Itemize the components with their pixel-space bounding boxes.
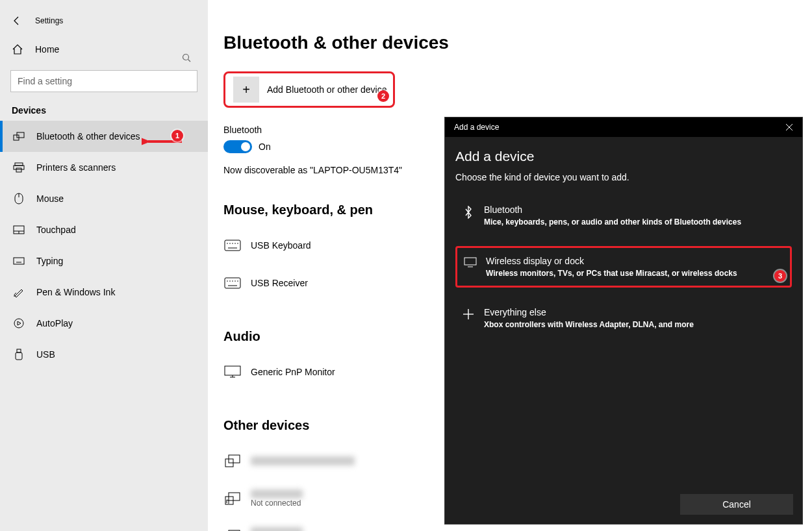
sidebar-item-autoplay[interactable]: AutoPlay: [0, 308, 208, 339]
svg-point-20: [227, 243, 228, 244]
sidebar-item-usb[interactable]: USB: [0, 339, 208, 370]
monitor-icon: [464, 257, 477, 267]
sidebar-item-mouse[interactable]: Mouse: [0, 183, 208, 214]
svg-point-24: [237, 243, 238, 244]
autoplay-icon: [12, 317, 26, 329]
settings-sidebar: Settings Home Devices Bluetooth & other …: [0, 0, 208, 531]
sidebar-item-touchpad[interactable]: Touchpad: [0, 214, 208, 245]
home-icon: [12, 43, 25, 55]
redacted-name: [251, 527, 303, 531]
home-link[interactable]: Home: [0, 36, 208, 62]
dialog-heading: Add a device: [455, 149, 792, 164]
sidebar-item-label: Typing: [36, 256, 63, 266]
keyboard-icon: [223, 240, 242, 251]
svg-rect-25: [225, 278, 240, 288]
dialog-titlebar-text: Add a device: [454, 123, 499, 132]
svg-point-29: [232, 280, 233, 282]
keyboard-icon: [12, 257, 26, 265]
svg-rect-44: [464, 258, 476, 265]
sidebar-item-label: USB: [36, 349, 55, 360]
sidebar-item-label: Bluetooth & other devices: [36, 131, 140, 142]
annotation-badge-1: 1: [171, 130, 183, 142]
device-status: Not connected: [251, 499, 303, 508]
search-icon: [182, 53, 191, 62]
device-name: USB Receiver: [251, 278, 308, 288]
svg-rect-16: [17, 349, 21, 352]
svg-rect-4: [15, 163, 23, 166]
sidebar-item-label: Pen & Windows Ink: [36, 287, 115, 297]
annotation-badge-3: 3: [774, 270, 786, 282]
sidebar-item-printers[interactable]: Printers & scanners: [0, 152, 208, 183]
svg-rect-18: [225, 240, 240, 251]
option-title: Bluetooth: [484, 204, 741, 215]
sidebar-item-label: Touchpad: [36, 225, 76, 235]
svg-rect-32: [225, 366, 240, 375]
svg-rect-12: [14, 258, 24, 264]
svg-point-0: [183, 55, 189, 60]
devices-icon: [12, 132, 26, 141]
svg-rect-6: [16, 168, 21, 172]
back-icon: [12, 16, 22, 26]
sidebar-item-pen[interactable]: Pen & Windows Ink: [0, 277, 208, 308]
svg-point-27: [227, 280, 228, 282]
back-row[interactable]: Settings: [0, 8, 208, 34]
search-wrap: [10, 70, 197, 92]
device-name: Generic PnP Monitor: [251, 367, 335, 377]
svg-rect-5: [14, 166, 24, 169]
sidebar-item-label: AutoPlay: [36, 318, 73, 328]
device-name: USB Keyboard: [251, 240, 311, 251]
page-title: Bluetooth & other devices: [223, 32, 812, 53]
section-devices-label: Devices: [12, 105, 208, 116]
option-desc: Xbox controllers with Wireless Adapter, …: [484, 320, 694, 329]
option-title: Wireless display or dock: [486, 256, 737, 266]
option-desc: Mice, keyboards, pens, or audio and othe…: [484, 217, 741, 227]
app-title: Settings: [35, 16, 63, 25]
add-device-dialog: Add a device Add a device Choose the kin…: [444, 117, 803, 525]
pen-icon: [12, 286, 26, 298]
dialog-option-wireless-display[interactable]: Wireless display or dock Wireless monito…: [455, 246, 792, 288]
svg-point-23: [235, 243, 236, 244]
dialog-subtext: Choose the kind of device you want to ad…: [455, 172, 792, 182]
bluetooth-icon: [462, 206, 475, 219]
redacted-name: [251, 489, 303, 499]
svg-point-22: [232, 243, 233, 244]
svg-point-15: [14, 319, 23, 328]
other-device-icon: [223, 454, 242, 467]
option-title: Everything else: [484, 307, 694, 317]
home-label: Home: [35, 44, 59, 55]
plus-icon: +: [233, 77, 259, 103]
dialog-option-bluetooth[interactable]: Bluetooth Mice, keyboards, pens, or audi…: [455, 197, 792, 234]
media-device-icon: [223, 492, 242, 505]
sidebar-item-label: Mouse: [36, 193, 64, 204]
dialog-option-everything-else[interactable]: Everything else Xbox controllers with Wi…: [455, 299, 792, 337]
svg-point-28: [229, 280, 231, 282]
usb-icon: [12, 349, 26, 360]
option-desc: Wireless monitors, TVs, or PCs that use …: [486, 269, 737, 278]
toggle-state: On: [259, 142, 271, 152]
add-device-label: Add Bluetooth or other device: [267, 84, 387, 95]
svg-point-30: [235, 280, 236, 282]
close-icon[interactable]: [783, 121, 796, 134]
keyboard-icon: [223, 277, 242, 289]
svg-point-31: [237, 280, 238, 282]
svg-rect-17: [16, 352, 22, 360]
touchpad-icon: [12, 225, 26, 234]
svg-line-1: [188, 60, 191, 62]
bluetooth-toggle[interactable]: [223, 140, 252, 153]
sidebar-item-typing[interactable]: Typing: [0, 245, 208, 277]
annotation-badge-2: 2: [377, 90, 389, 102]
svg-point-21: [229, 243, 231, 244]
sidebar-item-label: Printers & scanners: [36, 162, 116, 173]
printer-icon: [12, 162, 26, 173]
redacted-name: [251, 456, 355, 465]
monitor-icon: [223, 365, 242, 378]
add-device-button[interactable]: + Add Bluetooth or other device 2: [223, 71, 395, 108]
mouse-icon: [12, 193, 26, 204]
plus-icon: [462, 308, 475, 320]
search-input[interactable]: [10, 70, 197, 92]
dialog-titlebar: Add a device: [445, 117, 802, 137]
cancel-button[interactable]: Cancel: [680, 494, 793, 515]
